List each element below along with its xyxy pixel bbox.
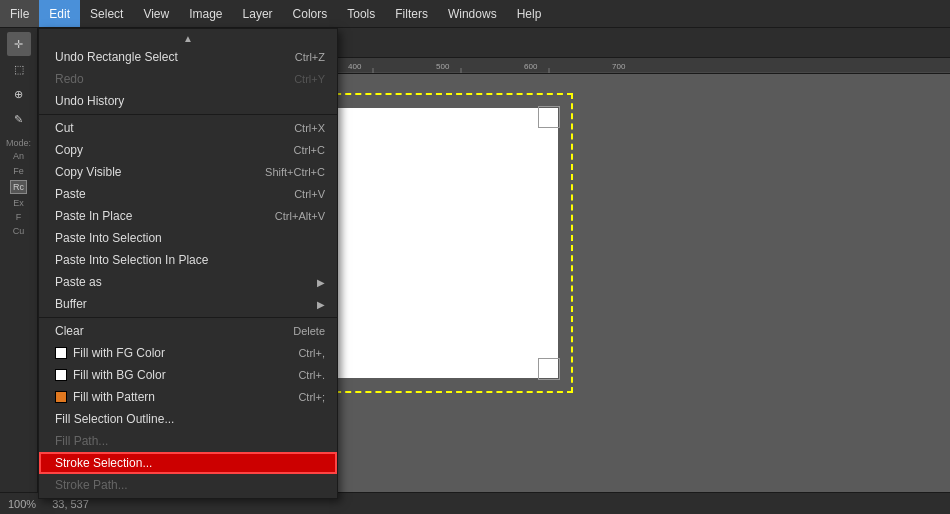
menu-fill-path[interactable]: Fill Path... — [39, 430, 337, 452]
menu-image[interactable]: Image — [179, 0, 232, 27]
menu-stroke-path[interactable]: Stroke Path... — [39, 474, 337, 496]
zoom-level: 100% — [8, 498, 36, 510]
mode-label: Mode: — [6, 137, 31, 150]
menu-undo-history[interactable]: Undo History — [39, 90, 337, 112]
menu-help[interactable]: Help — [507, 0, 552, 27]
coordinates: 33, 537 — [52, 498, 89, 510]
menubar: File Edit Select View Image Layer Colors… — [0, 0, 950, 28]
svg-text:500: 500 — [436, 62, 450, 71]
menu-fill-bg[interactable]: Fill with BG Color Ctrl+. — [39, 364, 337, 386]
menu-edit[interactable]: Edit — [39, 0, 80, 27]
pattern-swatch — [55, 391, 67, 403]
menu-paste-in-place[interactable]: Paste In Place Ctrl+Alt+V — [39, 205, 337, 227]
menu-windows[interactable]: Windows — [438, 0, 507, 27]
edit-menu-dropdown: ▲ Undo Rectangle Select Ctrl+Z Redo Ctrl… — [38, 28, 338, 499]
menu-paste-into-selection[interactable]: Paste Into Selection — [39, 227, 337, 249]
menu-cut[interactable]: Cut Ctrl+X — [39, 117, 337, 139]
bg-color-swatch — [55, 369, 67, 381]
divider-1 — [39, 114, 337, 115]
menu-view[interactable]: View — [133, 0, 179, 27]
f-value: F — [16, 212, 22, 222]
fe-label: Fe — [13, 166, 24, 176]
ex-label: Ex — [13, 198, 24, 208]
svg-text:400: 400 — [348, 62, 362, 71]
handle-br — [538, 358, 560, 380]
menu-paste[interactable]: Paste Ctrl+V — [39, 183, 337, 205]
menu-stroke-selection[interactable]: Stroke Selection... — [39, 452, 337, 474]
mode-value: An — [6, 150, 31, 163]
handle-tr — [538, 106, 560, 128]
menu-colors[interactable]: Colors — [283, 0, 338, 27]
scroll-up-indicator[interactable]: ▲ — [39, 31, 337, 46]
menu-tools[interactable]: Tools — [337, 0, 385, 27]
menu-fill-pattern[interactable]: Fill with Pattern Ctrl+; — [39, 386, 337, 408]
tool-zoom[interactable]: ⊕ — [7, 82, 31, 106]
menu-file[interactable]: File — [0, 0, 39, 27]
svg-text:600: 600 — [524, 62, 538, 71]
fg-color-swatch — [55, 347, 67, 359]
menu-fill-selection-outline[interactable]: Fill Selection Outline... — [39, 408, 337, 430]
menu-buffer[interactable]: Buffer ▶ — [39, 293, 337, 315]
menu-paste-into-selection-in-place[interactable]: Paste Into Selection In Place — [39, 249, 337, 271]
side-tools-panel: ✛ ⬚ ⊕ ✎ Mode: An Fe Rc Ex F Cu — [0, 28, 38, 492]
menu-clear[interactable]: Clear Delete — [39, 320, 337, 342]
menu-fill-fg[interactable]: Fill with FG Color Ctrl+, — [39, 342, 337, 364]
menu-undo-rect[interactable]: Undo Rectangle Select Ctrl+Z — [39, 46, 337, 68]
divider-2 — [39, 317, 337, 318]
menu-filters[interactable]: Filters — [385, 0, 438, 27]
menu-layer[interactable]: Layer — [233, 0, 283, 27]
menu-copy[interactable]: Copy Ctrl+C — [39, 139, 337, 161]
cu-label: Cu — [13, 226, 25, 236]
menu-paste-as[interactable]: Paste as ▶ — [39, 271, 337, 293]
tool-move[interactable]: ✛ — [7, 32, 31, 56]
svg-text:700: 700 — [612, 62, 626, 71]
menu-select[interactable]: Select — [80, 0, 133, 27]
tool-paint[interactable]: ✎ — [7, 107, 31, 131]
menu-redo[interactable]: Redo Ctrl+Y — [39, 68, 337, 90]
tool-rect-select[interactable]: ⬚ — [7, 57, 31, 81]
menu-copy-visible[interactable]: Copy Visible Shift+Ctrl+C — [39, 161, 337, 183]
rect-field[interactable]: Rc — [10, 180, 27, 194]
